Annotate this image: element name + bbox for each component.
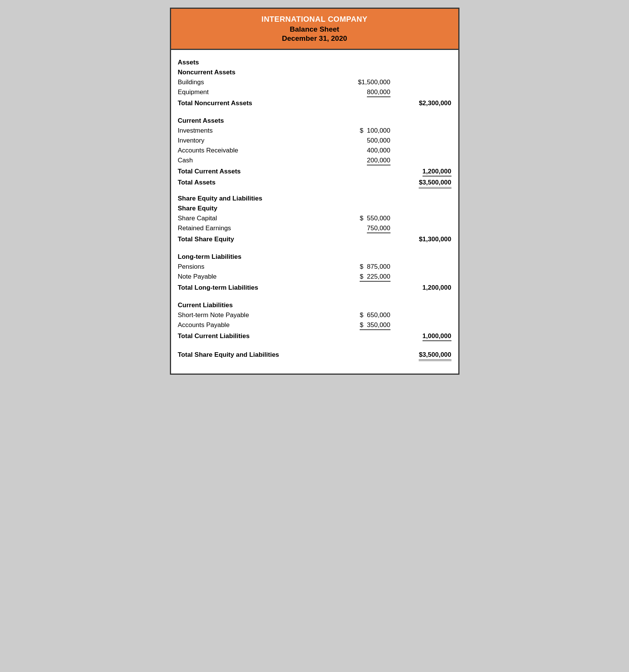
total-assets-row: Total Assets $3,500,000 bbox=[178, 178, 451, 190]
cash-value: 200,000 bbox=[330, 157, 391, 165]
balance-sheet: INTERNATIONAL COMPANY Balance Sheet Dece… bbox=[170, 8, 459, 375]
buildings-row: Buildings $1,500,000 bbox=[178, 77, 451, 87]
total-longterm-value: 1,200,000 bbox=[391, 284, 451, 292]
accounts-payable-row: Accounts Payable $ 350,000 bbox=[178, 320, 451, 331]
total-current-liabilities-value: 1,000,000 bbox=[391, 332, 451, 341]
equipment-value: 800,000 bbox=[330, 88, 391, 97]
accounts-payable-value: $ 350,000 bbox=[330, 321, 391, 330]
inventory-value: 500,000 bbox=[330, 137, 391, 144]
total-current-assets-value: 1,200,000 bbox=[391, 168, 451, 176]
total-share-equity-row: Total Share Equity $1,300,000 bbox=[178, 234, 451, 244]
cash-row: Cash 200,000 bbox=[178, 156, 451, 167]
current-assets-heading: Current Assets bbox=[178, 116, 451, 126]
investments-row: Investments $ 100,000 bbox=[178, 126, 451, 136]
accounts-receivable-value: 400,000 bbox=[330, 147, 391, 154]
short-term-note-row: Short-term Note Payable $ 650,000 bbox=[178, 310, 451, 320]
longterm-liabilities-heading: Long-term Liabilities bbox=[178, 252, 451, 262]
sheet-title: Balance Sheet bbox=[175, 25, 455, 34]
note-payable-value: $ 225,000 bbox=[330, 273, 391, 282]
total-share-equity-value: $1,300,000 bbox=[391, 236, 451, 243]
share-equity-liabilities-heading: Share Equity and Liabilities bbox=[178, 194, 451, 204]
inventory-row: Inventory 500,000 bbox=[178, 136, 451, 146]
total-current-liabilities-row: Total Current Liabilities 1,000,000 bbox=[178, 331, 451, 342]
pensions-row: Pensions $ 875,000 bbox=[178, 262, 451, 272]
total-assets-value: $3,500,000 bbox=[391, 179, 451, 189]
total-noncurrent-value: $2,300,000 bbox=[391, 99, 451, 107]
accounts-receivable-row: Accounts Receivable 400,000 bbox=[178, 146, 451, 156]
total-noncurrent-row: Total Noncurrent Assets $2,300,000 bbox=[178, 98, 451, 108]
short-term-note-value: $ 650,000 bbox=[330, 311, 391, 319]
sheet-date: December 31, 2020 bbox=[175, 34, 455, 43]
buildings-value: $1,500,000 bbox=[330, 79, 391, 86]
total-equity-liabilities-row: Total Share Equity and Liabilities $3,50… bbox=[178, 350, 451, 362]
retained-earnings-row: Retained Earnings 750,000 bbox=[178, 223, 451, 234]
investments-value: $ 100,000 bbox=[330, 127, 391, 135]
note-payable-row: Note Payable $ 225,000 bbox=[178, 272, 451, 283]
share-equity-heading: Share Equity bbox=[178, 204, 451, 213]
share-capital-value: $ 550,000 bbox=[330, 215, 391, 222]
total-equity-liabilities-value: $3,500,000 bbox=[391, 351, 451, 361]
header: INTERNATIONAL COMPANY Balance Sheet Dece… bbox=[171, 9, 458, 50]
share-capital-row: Share Capital $ 550,000 bbox=[178, 213, 451, 223]
equipment-row: Equipment 800,000 bbox=[178, 87, 451, 98]
total-longterm-row: Total Long-term Liabilities 1,200,000 bbox=[178, 283, 451, 293]
assets-heading: Assets bbox=[178, 58, 451, 67]
noncurrent-assets-heading: Noncurrent Assets bbox=[178, 67, 451, 77]
total-current-assets-row: Total Current Assets 1,200,000 bbox=[178, 167, 451, 178]
pensions-value: $ 875,000 bbox=[330, 263, 391, 271]
current-liabilities-heading: Current Liabilities bbox=[178, 300, 451, 310]
retained-earnings-value: 750,000 bbox=[330, 225, 391, 233]
company-name: INTERNATIONAL COMPANY bbox=[175, 15, 455, 24]
body: Assets Noncurrent Assets Buildings $1,50… bbox=[171, 50, 458, 374]
